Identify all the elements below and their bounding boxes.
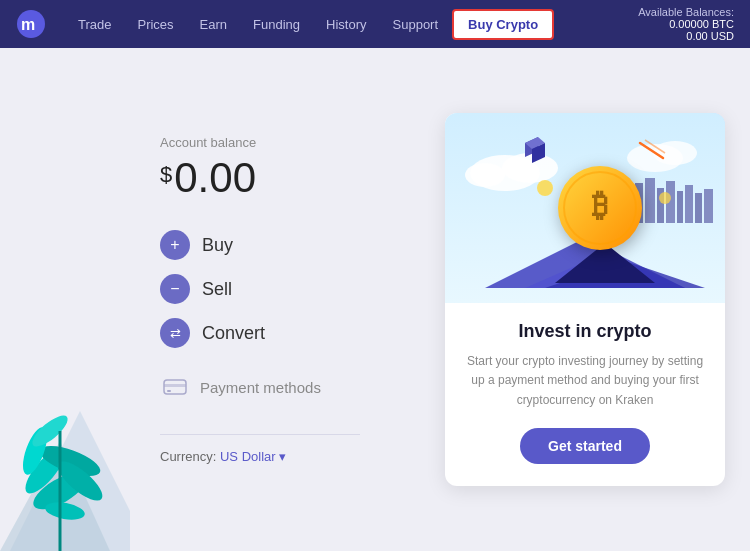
currency-selector[interactable]: US Dollar ▾: [220, 449, 286, 464]
buy-icon: +: [160, 230, 190, 260]
svg-rect-27: [695, 193, 702, 223]
nav-trade[interactable]: Trade: [66, 11, 123, 38]
currency-symbol: $: [160, 162, 172, 188]
svg-rect-28: [704, 189, 713, 223]
account-balance-display: $ 0.00: [160, 154, 420, 202]
btc-balance: 0.00000 BTC: [638, 18, 734, 30]
svg-point-20: [653, 141, 697, 165]
available-balances: Available Balances: 0.00000 BTC 0.00 USD: [638, 6, 734, 42]
convert-label: Convert: [202, 323, 265, 344]
invest-card: ₿ Invest in crypto Start your crypto inv…: [445, 113, 725, 486]
nav-funding[interactable]: Funding: [241, 11, 312, 38]
payment-icon: [160, 372, 190, 402]
svg-rect-25: [677, 191, 683, 223]
nav-prices[interactable]: Prices: [125, 11, 185, 38]
account-balance-label: Account balance: [160, 135, 420, 150]
buy-crypto-button[interactable]: Buy Crypto: [452, 9, 554, 40]
nav-history[interactable]: History: [314, 11, 378, 38]
main-content: Account balance $ 0.00 + Buy − Sell ⇄ Co…: [0, 48, 750, 551]
kraken-logo[interactable]: m: [16, 9, 46, 39]
svg-rect-13: [164, 384, 186, 387]
payment-methods-label: Payment methods: [200, 379, 321, 396]
svg-point-39: [537, 180, 553, 196]
sell-label: Sell: [202, 279, 232, 300]
sell-action[interactable]: − Sell: [160, 274, 420, 304]
convert-action[interactable]: ⇄ Convert: [160, 318, 420, 348]
convert-icon: ⇄: [160, 318, 190, 348]
left-decoration: [0, 48, 120, 551]
nav-earn[interactable]: Earn: [188, 11, 239, 38]
svg-point-17: [502, 153, 558, 183]
usd-balance: 0.00 USD: [638, 30, 734, 42]
svg-rect-26: [685, 185, 693, 223]
bitcoin-illustration: ₿: [445, 113, 725, 303]
currency-row: Currency: US Dollar ▾: [160, 449, 420, 464]
svg-rect-22: [645, 178, 655, 223]
nav-support[interactable]: Support: [381, 11, 451, 38]
currency-static-label: Currency:: [160, 449, 216, 464]
svg-text:m: m: [21, 16, 35, 33]
sell-icon: −: [160, 274, 190, 304]
balances-label: Available Balances:: [638, 6, 734, 18]
right-panel: ₿ Invest in crypto Start your crypto inv…: [440, 48, 750, 551]
svg-text:₿: ₿: [592, 187, 608, 223]
divider: [160, 434, 360, 435]
card-title: Invest in crypto: [465, 321, 705, 342]
card-body: Invest in crypto Start your crypto inves…: [445, 303, 725, 486]
balance-amount: 0.00: [174, 154, 256, 202]
buy-label: Buy: [202, 235, 233, 256]
plant-svg: [0, 211, 130, 551]
action-list: + Buy − Sell ⇄ Convert: [160, 230, 420, 348]
card-description: Start your crypto investing journey by s…: [465, 352, 705, 410]
navbar: m Trade Prices Earn Funding History Supp…: [0, 0, 750, 48]
center-panel: Account balance $ 0.00 + Buy − Sell ⇄ Co…: [120, 48, 440, 551]
card-illustration: ₿: [445, 113, 725, 303]
get-started-button[interactable]: Get started: [520, 428, 650, 464]
buy-action[interactable]: + Buy: [160, 230, 420, 260]
payment-methods-row[interactable]: Payment methods: [160, 372, 420, 402]
svg-rect-14: [167, 390, 171, 392]
svg-point-18: [465, 163, 505, 187]
svg-point-40: [659, 192, 671, 204]
nav-links: Trade Prices Earn Funding History Suppor…: [66, 9, 638, 40]
